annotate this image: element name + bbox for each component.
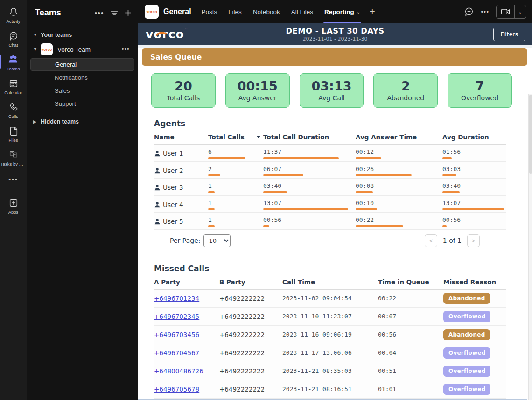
- agent-row: User 4 1 13:07 00:10 13:07: [154, 196, 506, 213]
- call-time-cell: 2023-11-21 08:16:51: [282, 386, 378, 393]
- rail-item-calendar[interactable]: Calendar: [0, 75, 27, 99]
- column-header-call-time[interactable]: Call Time: [282, 278, 378, 286]
- avg-duration-cell: 03:40: [442, 182, 505, 193]
- agent-name-cell: User 1: [154, 148, 208, 159]
- a-party-link[interactable]: +6496705678: [154, 386, 199, 393]
- chat-bubble-icon[interactable]: [464, 7, 474, 17]
- a-party-link[interactable]: +6496702345: [154, 313, 199, 320]
- person-icon: [154, 184, 161, 191]
- sidebar-item-support[interactable]: Support: [30, 97, 134, 110]
- report-title: DEMO - LAST 30 DAYS: [286, 27, 385, 35]
- rail-item-tasks-by-planner[interactable]: Tasks by Pla...: [0, 146, 27, 170]
- header-gap: [138, 45, 532, 48]
- tab-notebook[interactable]: Notebook: [253, 0, 280, 23]
- column-header-avg-duration[interactable]: Avg Duration: [442, 133, 505, 141]
- missed-calls-title: Missed Calls: [154, 264, 506, 273]
- scrollbar-thumb[interactable]: [529, 95, 532, 174]
- team-vorco[interactable]: ▼ vorco Vorco Team •••: [27, 41, 138, 58]
- column-header-avg-answer-time[interactable]: Avg Answer Time: [356, 133, 442, 141]
- topbar-more-icon[interactable]: •••: [481, 8, 489, 15]
- channel-topbar: vorco General Posts Files Notebook All F…: [138, 0, 532, 23]
- a-party-link[interactable]: +6496701234: [154, 295, 199, 302]
- call-time-cell: 2023-11-17 13:06:06: [282, 349, 378, 356]
- add-team-icon[interactable]: [125, 9, 132, 16]
- tab-posts[interactable]: Posts: [202, 0, 217, 23]
- b-party-cell: +6492222222: [219, 313, 282, 320]
- your-teams-group[interactable]: ▼ Your teams: [27, 29, 138, 41]
- rail-item-files[interactable]: Files: [0, 123, 27, 146]
- missed-call-row: +6496703456 +6492222222 2023-11-16 09:06…: [154, 326, 506, 344]
- tab-files[interactable]: Files: [228, 0, 242, 23]
- column-header-a-party[interactable]: A Party: [154, 278, 219, 286]
- agents-table-body: User 1 6 11:37 00:12 01:56 User 2 2 06:0…: [154, 145, 506, 230]
- next-page-button[interactable]: >: [467, 234, 480, 247]
- column-header-b-party[interactable]: B Party: [219, 278, 282, 286]
- rail-item-chat[interactable]: Chat: [0, 28, 27, 51]
- person-icon: [154, 201, 161, 208]
- a-party-link[interactable]: +6496703456: [154, 331, 199, 338]
- filter-icon[interactable]: [111, 10, 118, 16]
- app-rail: Activity Chat Teams Calendar Calls Files…: [0, 0, 27, 400]
- missed-calls-table-body: +6496701234 +6492222222 2023-11-02 09:04…: [154, 290, 506, 400]
- vorco-logo: vorco™: [146, 28, 189, 40]
- rail-item-calls[interactable]: Calls: [0, 99, 27, 123]
- time-in-queue-cell: 01:01: [378, 386, 443, 393]
- a-party-link[interactable]: +6496704567: [154, 349, 199, 357]
- rail-item-apps[interactable]: Apps: [0, 194, 27, 218]
- sidebar-more-icon[interactable]: •••: [95, 9, 104, 17]
- chevron-down-icon: ▼: [33, 47, 41, 52]
- tab-reporting[interactable]: Reporting⌄: [324, 0, 360, 23]
- rail-more-apps-icon[interactable]: •••: [8, 170, 18, 190]
- stat-cards: 20Total Calls 00:15Avg Answer 03:13Avg C…: [151, 73, 512, 108]
- prev-page-button[interactable]: <: [425, 234, 437, 247]
- chevron-down-icon: ⌄: [357, 9, 360, 14]
- channel-tabs: Posts Files Notebook All Files Reporting…: [202, 0, 464, 23]
- main-content: vorco General Posts Files Notebook All F…: [138, 0, 532, 400]
- channel-avatar: vorco: [145, 5, 159, 19]
- column-header-missed-reason[interactable]: Missed Reason: [443, 278, 505, 286]
- sort-desc-icon: [257, 136, 260, 138]
- tab-all-files[interactable]: All Files: [291, 0, 313, 23]
- b-party-cell: +6492222222: [219, 367, 282, 375]
- column-header-total-calls[interactable]: Total Calls: [208, 133, 263, 141]
- filters-button[interactable]: Filters: [493, 28, 525, 41]
- stat-total-calls: 20Total Calls: [151, 73, 216, 108]
- per-page-select[interactable]: 10: [203, 234, 231, 247]
- channel-name[interactable]: General: [163, 7, 191, 16]
- sidebar-item-notifications[interactable]: Notifications: [30, 71, 134, 84]
- hidden-teams-group[interactable]: ▶ Hidden teams: [27, 116, 138, 128]
- sidebar-item-general[interactable]: General: [30, 58, 134, 71]
- scrollbar[interactable]: [528, 94, 532, 400]
- chevron-down-icon[interactable]: ⌄: [515, 5, 526, 18]
- rail-item-teams[interactable]: Teams: [0, 51, 27, 75]
- avg-answer-time-cell: 00:08: [356, 182, 442, 193]
- missed-reason-badge: Overflowed: [443, 311, 490, 322]
- avg-duration-cell: 13:07: [442, 200, 505, 210]
- agent-name-cell: User 4: [154, 200, 208, 210]
- missed-calls-table-header: A Party B Party Call Time Time in Queue …: [154, 273, 506, 290]
- missed-reason-badge: Overflowed: [443, 384, 490, 395]
- team-avatar: vorco: [41, 43, 53, 55]
- column-header-time-in-queue[interactable]: Time in Queue: [378, 278, 443, 286]
- column-header-total-call-duration[interactable]: Total Call Duration: [263, 133, 356, 141]
- avg-answer-time-cell: 00:12: [356, 148, 442, 159]
- missed-reason-badge: Abandoned: [443, 329, 490, 340]
- add-tab-icon[interactable]: +: [370, 7, 375, 17]
- column-header-name[interactable]: Name: [154, 133, 208, 141]
- report-content: Sales Queue 20Total Calls 00:15Avg Answe…: [138, 48, 532, 400]
- teams-people-icon: [8, 55, 19, 65]
- video-camera-icon[interactable]: [497, 5, 515, 18]
- time-in-queue-cell: 00:04: [378, 349, 443, 356]
- queue-banner: Sales Queue: [142, 48, 527, 66]
- avg-duration-cell: 00:56: [442, 216, 505, 227]
- sidebar-item-sales[interactable]: Sales: [30, 84, 134, 97]
- missed-call-row: +64800486726 +6492222222 2023-11-21 08:3…: [154, 362, 506, 380]
- bell-icon: [8, 7, 19, 17]
- apps-plus-icon: [8, 198, 19, 208]
- time-in-queue-cell: 00:07: [378, 313, 443, 320]
- a-party-link[interactable]: +64800486726: [154, 367, 203, 375]
- rail-item-activity[interactable]: Activity: [0, 4, 27, 28]
- time-in-queue-cell: 00:22: [378, 295, 443, 302]
- team-more-icon[interactable]: •••: [122, 46, 133, 53]
- agent-name-cell: User 3: [154, 182, 208, 193]
